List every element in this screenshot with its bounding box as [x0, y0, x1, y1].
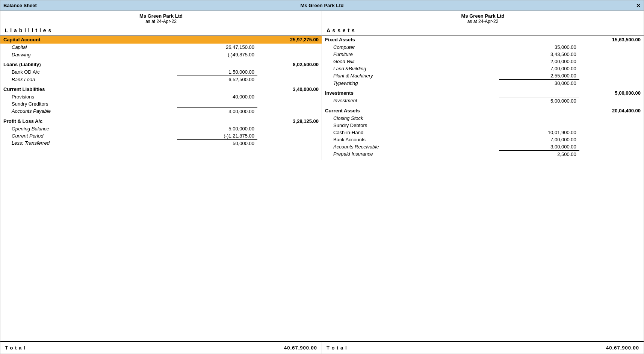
asset-category-total: 20,04,400.00 [579, 107, 644, 115]
liability-item-spacer [257, 51, 322, 59]
asset-item-row: Good Will 2,00,000.00 [322, 58, 644, 65]
asset-category-spacer [499, 36, 579, 44]
footer-right: T o t a l 40,67,900.00 [322, 342, 644, 354]
asset-item-row: Accounts Receivable 3,00,000.00 [322, 143, 644, 151]
asset-item-row: Land &Building 7,00,000.00 [322, 65, 644, 72]
liability-item-spacer [257, 100, 322, 107]
window-center-title: Ms Green Park Ltd [301, 3, 344, 8]
liability-category-name: Capital Account [0, 36, 177, 44]
asset-item-name: Closing Stock [322, 115, 499, 122]
asset-item-spacer [579, 136, 644, 143]
assets-label: A s s e t s [327, 27, 355, 33]
title-bar: Balance Sheet Ms Green Park Ltd ✕ [0, 0, 644, 11]
liabilities-label: L i a b i l i t i e s [5, 27, 51, 33]
asset-item-spacer [579, 122, 644, 129]
window-title: Balance Sheet [3, 3, 37, 8]
liability-category-total: 25,97,275.00 [257, 36, 322, 44]
liability-item-name: Bank Loan [0, 76, 177, 83]
asset-item-row: Sundry Debtors [322, 122, 644, 129]
liability-item-spacer [257, 44, 322, 51]
asset-item-spacer [579, 72, 644, 80]
left-date-line: as at 24-Apr-22 [0, 19, 322, 24]
liability-item-amount: 26,47,150.00 [177, 44, 257, 51]
right-panel-header: Ms Green Park Ltd as at 24-Apr-22 [322, 11, 644, 25]
asset-category-row: Fixed Assets 15,63,500.00 [322, 36, 644, 44]
liabilities-panel: Ms Green Park Ltd as at 24-Apr-22 L i a … [0, 11, 322, 160]
liability-category-name: Profit & Loss A/c [0, 117, 177, 125]
asset-category-name: Investments [322, 89, 499, 97]
asset-item-row: Cash-in-Hand 10,01,900.00 [322, 129, 644, 136]
liability-item-row: Capital 26,47,150.00 [0, 44, 322, 51]
close-button[interactable]: ✕ [636, 3, 641, 9]
asset-category-row: Current Assets 20,04,400.00 [322, 107, 644, 115]
liability-item-row: Sundry Creditors [0, 100, 322, 107]
asset-item-row: Plant & Machinery 2,55,000.00 [322, 72, 644, 80]
asset-item-amount: 35,000.00 [499, 44, 579, 51]
asset-item-name: Land &Building [322, 65, 499, 72]
footer-right-label: T o t a l [327, 345, 347, 351]
asset-category-name: Fixed Assets [322, 36, 499, 44]
asset-item-row: Computer 35,000.00 [322, 44, 644, 51]
asset-category-total: 5,00,000.00 [579, 89, 644, 97]
asset-item-amount: 2,500.00 [499, 150, 579, 158]
liabilities-table: Capital Account 25,97,275.00 Capital 26,… [0, 36, 322, 149]
liability-item-row: Current Period (-)1,21,875.00 [0, 132, 322, 140]
asset-item-name: Sundry Debtors [322, 122, 499, 129]
liability-category-total: 3,28,125.00 [257, 117, 322, 125]
liability-item-spacer [257, 68, 322, 76]
asset-item-spacer [579, 150, 644, 158]
asset-item-spacer [579, 80, 644, 87]
asset-item-name: Prepaid Insurance [322, 150, 499, 158]
liability-item-amount: 40,000.00 [177, 93, 257, 100]
asset-item-row: Furniture 3,43,500.00 [322, 51, 644, 58]
asset-category-name: Current Assets [322, 107, 499, 115]
asset-item-name: Bank Accounts [322, 136, 499, 143]
asset-item-spacer [579, 58, 644, 65]
liabilities-header-row: L i a b i l i t i e s [0, 25, 322, 36]
asset-item-spacer [579, 65, 644, 72]
left-company-name: Ms Green Park Ltd [0, 13, 322, 19]
liability-item-amount: 1,50,000.00 [177, 68, 257, 76]
liability-category-total: 8,02,500.00 [257, 61, 322, 68]
liability-category-row: Current Liabilities 3,40,000.00 [0, 85, 322, 93]
asset-item-spacer [579, 115, 644, 122]
asset-category-spacer [499, 107, 579, 115]
liability-item-name: Capital [0, 44, 177, 51]
liability-item-row: Opening Balance 5,00,000.00 [0, 125, 322, 132]
asset-item-name: Typewriting [322, 80, 499, 87]
liability-item-name: Sundry Creditors [0, 100, 177, 107]
liability-item-name: Danwing [0, 51, 177, 59]
asset-item-row: Closing Stock [322, 115, 644, 122]
liability-item-amount: 3,00,000.00 [177, 107, 257, 115]
right-company-name: Ms Green Park Ltd [322, 13, 644, 19]
liability-category-spacer [177, 61, 257, 68]
asset-item-spacer [579, 44, 644, 51]
footer-right-amount: 40,67,900.00 [606, 345, 639, 351]
liability-item-name: Provisions [0, 93, 177, 100]
liability-item-row: Bank Loan 6,52,500.00 [0, 76, 322, 83]
liability-category-total: 3,40,000.00 [257, 85, 322, 93]
asset-item-spacer [579, 51, 644, 58]
asset-item-amount: 10,01,900.00 [499, 129, 579, 136]
left-panel-header: Ms Green Park Ltd as at 24-Apr-22 [0, 11, 322, 25]
asset-item-amount: 30,000.00 [499, 80, 579, 87]
asset-item-name: Furniture [322, 51, 499, 58]
liability-item-row: Accounts Payable 3,00,000.00 [0, 107, 322, 115]
asset-item-spacer [579, 97, 644, 104]
asset-item-amount [499, 122, 579, 129]
liability-item-row: Bank OD A/c 1,50,000.00 [0, 68, 322, 76]
asset-item-amount: 3,00,000.00 [499, 143, 579, 151]
footer-left-amount: 40,67,900.00 [284, 345, 317, 351]
main-content: Ms Green Park Ltd as at 24-Apr-22 L i a … [0, 11, 644, 160]
asset-category-row: Investments 5,00,000.00 [322, 89, 644, 97]
liability-item-amount: 50,000.00 [177, 139, 257, 147]
liability-item-amount: (-)49,875.00 [177, 51, 257, 59]
asset-item-amount: 5,00,000.00 [499, 97, 579, 104]
asset-item-row: Typewriting 30,000.00 [322, 80, 644, 87]
liability-category-spacer [177, 85, 257, 93]
footer-left-label: T o t a l [5, 345, 26, 351]
asset-item-amount: 2,00,000.00 [499, 58, 579, 65]
assets-panel: Ms Green Park Ltd as at 24-Apr-22 A s s … [322, 11, 644, 160]
asset-item-amount: 3,43,500.00 [499, 51, 579, 58]
liability-item-row: Less: Transferred 50,000.00 [0, 139, 322, 147]
